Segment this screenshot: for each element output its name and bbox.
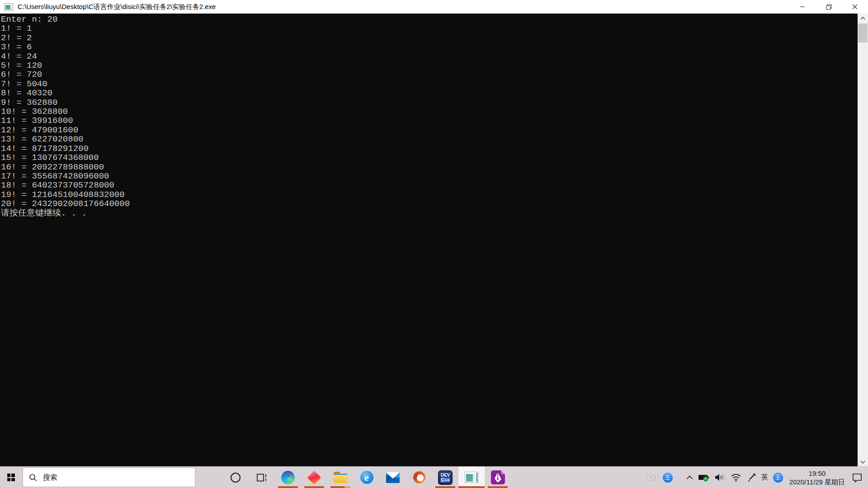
- folder-icon: [334, 472, 348, 483]
- devcpp-icon-text-bottom: C++: [440, 478, 451, 483]
- taskbar-center-icons: e DEV C++: [222, 467, 511, 488]
- minimize-button[interactable]: [789, 0, 816, 14]
- running-indicator: [435, 486, 455, 488]
- tray-language-indicator[interactable]: CH: [648, 474, 658, 481]
- mail-icon: [386, 472, 400, 483]
- running-indicator: [330, 486, 350, 488]
- search-box[interactable]: [23, 468, 195, 487]
- tray-wifi-button[interactable]: [731, 474, 741, 482]
- taskbar-item-office[interactable]: [406, 467, 432, 488]
- taskbar-item-diamond-app[interactable]: [301, 467, 327, 488]
- running-indicator: [488, 486, 508, 488]
- office-icon: [413, 471, 425, 483]
- console-app-icon: [4, 3, 13, 11]
- running-indicator: [278, 486, 298, 488]
- chevron-up-icon: [860, 17, 865, 20]
- console-window: Enter n: 20 1! = 1 2! = 2 3! = 6 4! = 24…: [0, 14, 858, 466]
- taskbar-item-file-explorer[interactable]: [327, 467, 354, 488]
- system-tray: CH 王: [643, 467, 868, 488]
- scrollbar-thumb[interactable]: [858, 23, 868, 42]
- chevron-down-icon: [860, 460, 865, 464]
- cortana-icon: [231, 473, 241, 483]
- devcpp-icon: DEV C++: [438, 470, 453, 485]
- scroll-down-button[interactable]: [858, 457, 868, 466]
- console-window-icon: [465, 472, 478, 483]
- clock-time: 19:50: [789, 469, 845, 478]
- devcpp-icon-text-top: DEV: [441, 473, 450, 478]
- action-center-button[interactable]: [852, 472, 863, 483]
- chevron-up-icon: [686, 475, 693, 479]
- taskbar-item-console-active[interactable]: [458, 467, 485, 488]
- restore-button[interactable]: [816, 0, 842, 14]
- close-icon: [852, 4, 858, 9]
- restore-icon: [826, 4, 832, 10]
- wifi-icon: [731, 474, 741, 482]
- cortana-button[interactable]: [222, 467, 249, 488]
- start-button[interactable]: [0, 467, 22, 488]
- taskbar-item-devcpp[interactable]: DEV C++: [432, 467, 458, 488]
- battery-icon: [698, 473, 710, 482]
- taskbar-item-mail[interactable]: [380, 467, 406, 488]
- tray-ime-badge-2[interactable]: 王: [773, 473, 783, 483]
- console-scrollbar[interactable]: [858, 14, 868, 466]
- browser-e-icon: e: [360, 471, 373, 484]
- pen-icon: [746, 473, 756, 483]
- tray-ime-badge[interactable]: 王: [663, 473, 673, 483]
- edge-icon: [281, 471, 295, 484]
- tray-ime-mode-indicator[interactable]: 英: [761, 473, 768, 482]
- clock-date: 2020/11/29 星期日: [789, 478, 845, 486]
- running-indicator: [458, 486, 485, 488]
- taskbar-item-pen-app[interactable]: [485, 467, 511, 488]
- caption-buttons: [789, 0, 868, 14]
- task-view-icon: [256, 473, 267, 482]
- tray-clock[interactable]: 19:50 2020/11/29 星期日: [789, 469, 845, 486]
- tray-volume-button[interactable]: [715, 473, 726, 482]
- console-output: Enter n: 20 1! = 1 2! = 2 3! = 6 4! = 24…: [0, 14, 858, 218]
- tray-battery-button[interactable]: [698, 473, 710, 482]
- scroll-up-button[interactable]: [858, 14, 868, 23]
- window-titlebar[interactable]: C:\Users\liuyu\Desktop\C语言作业\disici\实验任务…: [0, 0, 868, 14]
- tray-show-hidden-icons-button[interactable]: [686, 475, 693, 479]
- running-indicator: [304, 486, 324, 488]
- close-button[interactable]: [842, 0, 868, 14]
- minimize-icon: [800, 4, 805, 9]
- action-center-icon: [852, 472, 863, 483]
- search-input[interactable]: [42, 473, 195, 482]
- task-view-button[interactable]: [249, 467, 275, 488]
- taskbar: e DEV C++: [0, 466, 868, 488]
- volume-icon: [715, 473, 726, 482]
- window-title: C:\Users\liuyu\Desktop\C语言作业\disici\实验任务…: [18, 3, 216, 11]
- pen-app-icon: [491, 470, 505, 484]
- diamond-app-icon: [307, 470, 321, 484]
- search-icon: [29, 474, 37, 482]
- taskbar-item-edge[interactable]: [275, 467, 301, 488]
- tray-pen-button[interactable]: [746, 473, 756, 483]
- windows-logo-icon: [7, 474, 15, 481]
- taskbar-item-browser-e[interactable]: e: [354, 467, 380, 488]
